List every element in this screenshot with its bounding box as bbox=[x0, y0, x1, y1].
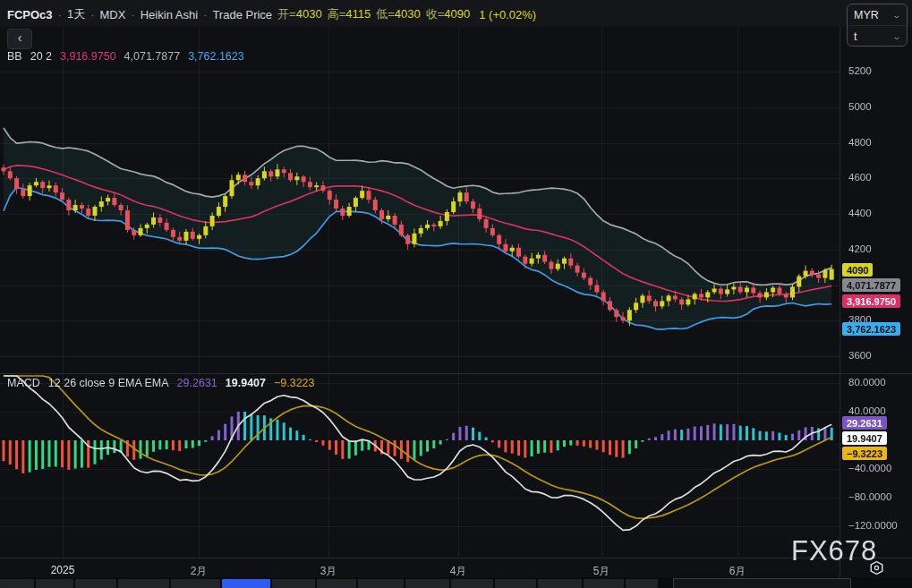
symbol-name[interactable]: FCPOc3 bbox=[7, 8, 53, 21]
price-type-label: Trade Price bbox=[212, 8, 272, 21]
time-axis-scale[interactable]: 20252月3月4月5月6月 bbox=[0, 558, 912, 578]
back-button[interactable]: ‹ bbox=[7, 29, 32, 49]
macd-signal-tag: −9.3223 bbox=[842, 447, 887, 460]
strip-cell[interactable] bbox=[405, 579, 449, 588]
separator-dot: · bbox=[58, 8, 62, 21]
macd-tick-label: 80.0000 bbox=[848, 377, 886, 388]
exchange-label: MDX bbox=[100, 8, 126, 21]
price-macd-chart-canvas[interactable] bbox=[0, 27, 840, 558]
strip-cell[interactable] bbox=[0, 579, 34, 588]
macd-tick-label: −40.0000 bbox=[848, 463, 891, 473]
unit-dropdown[interactable]: t ⌄ bbox=[848, 26, 907, 47]
ohlc-open: 开=4030 bbox=[277, 6, 322, 22]
bottom-strip-box[interactable] bbox=[673, 578, 851, 588]
price-tick-label: 4800 bbox=[848, 137, 872, 148]
macd-tick-label: −120.0000 bbox=[848, 520, 898, 531]
currency-unit-selector: MYR ⌄ t ⌄ bbox=[847, 4, 908, 47]
macd-line-tag: 19.9407 bbox=[842, 431, 887, 445]
ohlc-close: 收=4090 bbox=[426, 6, 471, 22]
ohlc-low: 低=4030 bbox=[376, 6, 421, 22]
symbol-title-row: FCPOc3 · 1天 · MDX · Heikin Ashi · Trade … bbox=[7, 6, 536, 22]
macd-tick-label: −80.0000 bbox=[848, 491, 891, 502]
bb-title: BB bbox=[7, 50, 22, 63]
strip-cell[interactable] bbox=[451, 579, 493, 588]
strip-cell[interactable] bbox=[317, 579, 356, 588]
macd-title: MACD bbox=[7, 377, 40, 389]
macd-hist-value: 29.2631 bbox=[177, 377, 217, 389]
bottom-strip bbox=[0, 577, 912, 588]
chevron-down-icon: ⌄ bbox=[892, 11, 902, 20]
chart-type-label[interactable]: Heikin Ashi bbox=[141, 8, 198, 21]
price-tick-label: 4200 bbox=[848, 243, 872, 254]
ohlc-high: 高=4115 bbox=[328, 6, 371, 22]
price-change: 1 (+0.02%) bbox=[479, 8, 536, 21]
macd-line-value: 19.9407 bbox=[226, 377, 266, 389]
chevron-down-icon: ⌄ bbox=[892, 32, 902, 41]
price-tick-label: 4600 bbox=[848, 172, 872, 183]
macd-tick-label: 40.0000 bbox=[848, 405, 886, 416]
strip-cell[interactable] bbox=[36, 579, 73, 588]
price-tick-label: 3600 bbox=[848, 350, 872, 361]
strip-cell[interactable] bbox=[626, 579, 658, 588]
chevron-left-icon: ‹ bbox=[18, 30, 22, 45]
chart-toolbar: FCPOc3 · 1天 · MDX · Heikin Ashi · Trade … bbox=[0, 0, 912, 27]
bb-basis-value: 3,916.9750 bbox=[60, 50, 116, 63]
currency-value: MYR bbox=[854, 9, 879, 21]
unit-value: t bbox=[854, 30, 857, 43]
strip-cell[interactable] bbox=[495, 579, 536, 588]
time-axis-label: 2025 bbox=[51, 564, 75, 576]
price-tick-label: 5200 bbox=[848, 65, 872, 76]
strip-cell[interactable] bbox=[272, 579, 315, 588]
separator-dot: · bbox=[131, 8, 134, 21]
price-axis-border bbox=[840, 27, 840, 577]
macd-hist-tag: 29.2631 bbox=[842, 416, 887, 430]
strip-cell[interactable] bbox=[75, 579, 116, 588]
price-tick-label: 5000 bbox=[848, 101, 872, 112]
bb-lower-tag: 3,762.1623 bbox=[842, 322, 900, 336]
strip-cell[interactable] bbox=[584, 579, 624, 588]
macd-params: 12 26 close 9 EMA EMA bbox=[48, 377, 169, 389]
trading-chart-app: FCPOc3 · 1天 · MDX · Heikin Ashi · Trade … bbox=[0, 0, 912, 588]
price-tick-label: 4400 bbox=[848, 208, 872, 218]
strip-cell[interactable] bbox=[538, 579, 582, 588]
macd-indicator-legend[interactable]: MACD 12 26 close 9 EMA EMA 29.2631 19.94… bbox=[7, 377, 315, 389]
separator-dot: · bbox=[90, 8, 94, 21]
bb-upper-tag: 4,071.7877 bbox=[842, 278, 900, 292]
bb-indicator-legend[interactable]: BB 20 2 3,916.9750 4,071.7877 3,762.1623 bbox=[7, 50, 244, 63]
bb-lower-value: 3,762.1623 bbox=[188, 50, 244, 63]
bb-params: 20 2 bbox=[30, 50, 52, 63]
pane-separator[interactable] bbox=[0, 373, 912, 374]
strip-cell-active[interactable] bbox=[222, 579, 270, 588]
separator-dot: · bbox=[203, 8, 207, 21]
macd-signal-value: −9.3223 bbox=[274, 377, 315, 389]
interval-label[interactable]: 1天 bbox=[67, 6, 85, 22]
bb-basis-tag: 3,916.9750 bbox=[842, 294, 900, 308]
last-price-tag: 4090 bbox=[842, 263, 873, 277]
strip-cell[interactable] bbox=[171, 579, 220, 588]
currency-dropdown[interactable]: MYR ⌄ bbox=[848, 4, 907, 26]
strip-cell[interactable] bbox=[358, 579, 404, 588]
strip-cell[interactable] bbox=[118, 579, 169, 588]
bb-upper-value: 4,071.7877 bbox=[124, 50, 181, 63]
